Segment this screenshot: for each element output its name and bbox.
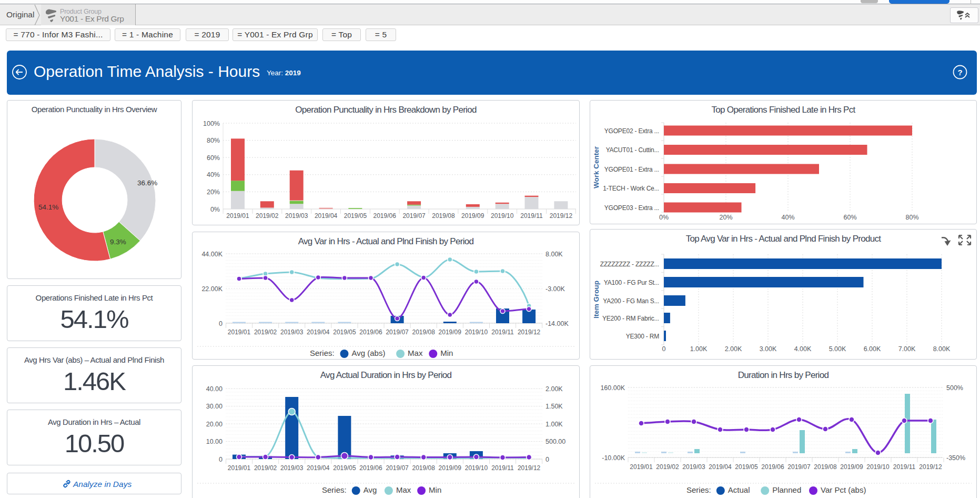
svg-text:Series:: Series: bbox=[310, 348, 335, 357]
svg-text:0%: 0% bbox=[659, 214, 669, 221]
svg-text:2019/03: 2019/03 bbox=[682, 463, 705, 471]
svg-text:2019/04: 2019/04 bbox=[709, 463, 732, 471]
svg-text:2019/03: 2019/03 bbox=[280, 328, 304, 336]
svg-text:2019/12: 2019/12 bbox=[518, 464, 541, 472]
svg-text:100%: 100% bbox=[203, 120, 220, 127]
svg-text:0: 0 bbox=[219, 456, 223, 463]
svg-text:2019/01: 2019/01 bbox=[226, 212, 249, 220]
svg-text:1-TECH - Work Ce...: 1-TECH - Work Ce... bbox=[603, 185, 659, 192]
svg-text:2019/12: 2019/12 bbox=[518, 328, 541, 336]
svg-text:4.00K: 4.00K bbox=[794, 345, 812, 353]
svg-text:80%: 80% bbox=[905, 214, 918, 221]
svg-text:2019/02: 2019/02 bbox=[254, 328, 277, 336]
svg-text:30.00: 30.00 bbox=[206, 403, 223, 410]
svg-text:20%: 20% bbox=[719, 214, 732, 221]
svg-text:500.00: 500.00 bbox=[545, 438, 565, 445]
svg-text:2019/04: 2019/04 bbox=[315, 212, 338, 220]
svg-text:20%: 20% bbox=[207, 188, 220, 196]
svg-text:2019/12: 2019/12 bbox=[919, 463, 942, 471]
svg-text:10.00: 10.00 bbox=[206, 438, 223, 445]
svg-text:ZZZZZZZZ - ZZZZZ...: ZZZZZZZZ - ZZZZZ... bbox=[600, 261, 659, 268]
svg-text:40%: 40% bbox=[781, 214, 794, 221]
svg-text:2019/06: 2019/06 bbox=[359, 328, 382, 336]
svg-text:Var Pct (abs): Var Pct (abs) bbox=[821, 485, 866, 494]
svg-text:40%: 40% bbox=[207, 171, 220, 178]
svg-text:160.00K: 160.00K bbox=[600, 384, 625, 392]
svg-text:8.00K: 8.00K bbox=[933, 345, 951, 353]
svg-text:2019/06: 2019/06 bbox=[373, 212, 397, 220]
svg-text:2019/07: 2019/07 bbox=[386, 328, 409, 336]
svg-text:40.00: 40.00 bbox=[206, 385, 223, 393]
svg-text:5.00K: 5.00K bbox=[829, 345, 846, 353]
svg-text:2019/01: 2019/01 bbox=[228, 464, 251, 472]
svg-text:2019/05: 2019/05 bbox=[333, 464, 356, 472]
svg-text:1.00K: 1.00K bbox=[690, 345, 708, 353]
svg-text:44.00K: 44.00K bbox=[201, 251, 223, 258]
svg-text:36.6%: 36.6% bbox=[137, 179, 157, 187]
svg-text:2019/09: 2019/09 bbox=[461, 212, 484, 220]
svg-text:Series:: Series: bbox=[322, 485, 347, 494]
svg-text:Max: Max bbox=[396, 485, 411, 494]
svg-text:0: 0 bbox=[545, 456, 549, 463]
svg-text:2019/12: 2019/12 bbox=[550, 212, 573, 220]
svg-text:-14.00K: -14.00K bbox=[545, 320, 569, 327]
svg-text:2019/01: 2019/01 bbox=[630, 463, 653, 471]
svg-text:2019/03: 2019/03 bbox=[280, 464, 304, 472]
svg-text:Series:: Series: bbox=[686, 485, 711, 494]
svg-text:YGOPE03 - Extra ...: YGOPE03 - Extra ... bbox=[604, 204, 659, 212]
svg-text:2019/02: 2019/02 bbox=[256, 212, 279, 220]
svg-text:2019/08: 2019/08 bbox=[814, 463, 837, 471]
svg-text:2019/10: 2019/10 bbox=[491, 212, 514, 220]
svg-text:54.1%: 54.1% bbox=[38, 203, 58, 211]
svg-text:60%: 60% bbox=[207, 154, 220, 162]
svg-text:8.00K: 8.00K bbox=[545, 251, 563, 258]
svg-text:YA200 - FG Man S...: YA200 - FG Man S... bbox=[603, 297, 659, 305]
svg-text:0: 0 bbox=[662, 345, 666, 353]
svg-text:6.00K: 6.00K bbox=[864, 345, 881, 353]
svg-text:YGOPE01 - Extra ...: YGOPE01 - Extra ... bbox=[604, 166, 659, 173]
svg-text:2019/08: 2019/08 bbox=[412, 464, 436, 472]
svg-text:2019/06: 2019/06 bbox=[359, 464, 382, 472]
svg-text:YGOPE02 - Extra ...: YGOPE02 - Extra ... bbox=[604, 127, 659, 135]
svg-text:Avg: Avg bbox=[363, 485, 377, 494]
svg-text:-3.00K: -3.00K bbox=[545, 285, 565, 293]
svg-text:2019/11: 2019/11 bbox=[520, 212, 543, 220]
svg-text:60%: 60% bbox=[843, 214, 856, 221]
svg-text:2019/07: 2019/07 bbox=[386, 464, 409, 472]
svg-text:2019/03: 2019/03 bbox=[285, 212, 308, 220]
svg-text:2019/05: 2019/05 bbox=[344, 212, 367, 220]
svg-text:2019/11: 2019/11 bbox=[491, 464, 514, 472]
svg-text:Planned: Planned bbox=[772, 485, 801, 494]
svg-text:YE300 - RM: YE300 - RM bbox=[626, 333, 660, 340]
svg-text:1.50K: 1.50K bbox=[545, 403, 563, 410]
svg-text:2019/10: 2019/10 bbox=[866, 463, 890, 471]
svg-text:Item Group: Item Group bbox=[592, 281, 600, 318]
svg-text:2019/02: 2019/02 bbox=[656, 463, 679, 471]
svg-text:2019/10: 2019/10 bbox=[465, 328, 488, 336]
svg-text:2019/06: 2019/06 bbox=[761, 463, 784, 471]
svg-text:2.00K: 2.00K bbox=[545, 385, 563, 393]
svg-text:7.00K: 7.00K bbox=[898, 345, 916, 353]
svg-text:2019/07: 2019/07 bbox=[787, 463, 811, 471]
svg-text:22.00K: 22.00K bbox=[201, 285, 223, 293]
svg-text:Work Center: Work Center bbox=[592, 146, 600, 188]
svg-text:2019/11: 2019/11 bbox=[491, 328, 514, 336]
svg-text:2019/05: 2019/05 bbox=[333, 328, 356, 336]
svg-text:2.00K: 2.00K bbox=[725, 345, 742, 353]
svg-text:500%: 500% bbox=[946, 384, 963, 392]
svg-text:Avg (abs): Avg (abs) bbox=[352, 348, 386, 357]
svg-text:2019/04: 2019/04 bbox=[307, 328, 330, 336]
svg-text:Min: Min bbox=[429, 485, 441, 494]
svg-text:2019/11: 2019/11 bbox=[893, 463, 916, 471]
svg-text:2019/08: 2019/08 bbox=[412, 328, 436, 336]
svg-text:0: 0 bbox=[219, 320, 223, 327]
svg-text:2019/07: 2019/07 bbox=[402, 212, 426, 220]
svg-text:YA100 - FG Pur St...: YA100 - FG Pur St... bbox=[604, 279, 659, 286]
svg-text:80%: 80% bbox=[207, 137, 220, 144]
svg-text:-10.00K: -10.00K bbox=[602, 454, 625, 462]
svg-text:2019/08: 2019/08 bbox=[432, 212, 455, 220]
svg-text:?: ? bbox=[957, 68, 962, 77]
svg-text:20.00: 20.00 bbox=[206, 421, 223, 428]
svg-text:-350%: -350% bbox=[946, 454, 965, 462]
svg-text:YACUT01 - Cuttin...: YACUT01 - Cuttin... bbox=[606, 146, 659, 154]
